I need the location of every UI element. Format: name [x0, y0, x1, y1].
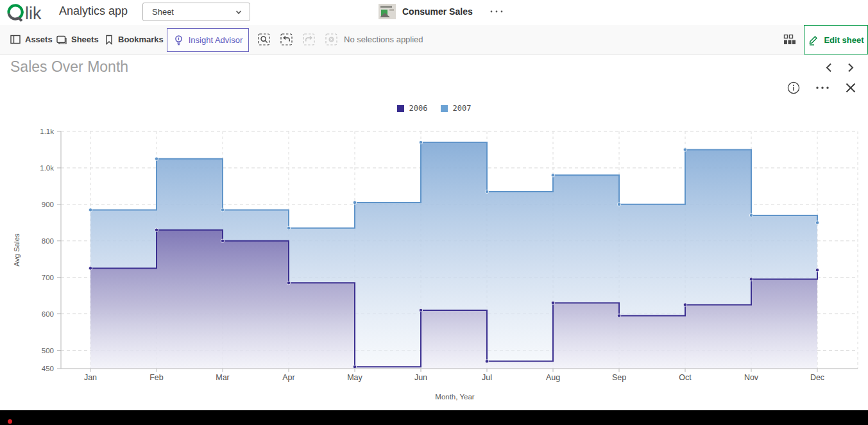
- tab-sheets[interactable]: Sheets: [56, 25, 99, 54]
- y-tick-label: 800: [42, 237, 54, 245]
- point-2007-Aug[interactable]: [551, 174, 554, 177]
- x-tick-label: Dec: [810, 373, 824, 382]
- point-2007-Oct[interactable]: [683, 148, 686, 151]
- x-tick-label: Feb: [149, 373, 164, 382]
- clear-selections-button: [325, 33, 337, 46]
- edit-sheet-button[interactable]: Edit sheet: [804, 25, 868, 54]
- bottom-black-bar: [0, 410, 868, 425]
- toolbar: AssetsSheetsBookmarks Insight Advisor: [0, 25, 868, 54]
- point-2006-Feb[interactable]: [155, 228, 158, 231]
- sheets-icon: [56, 35, 67, 44]
- logo-lik-text: lik: [25, 4, 42, 22]
- edit-sheet-label: Edit sheet: [824, 35, 864, 45]
- grid-icon: [783, 34, 796, 45]
- sheet-title: Sales Over Month: [10, 58, 128, 76]
- chevron-down-icon: [234, 8, 243, 17]
- redo-arrow-icon: [303, 33, 315, 46]
- chevron-left-icon: [824, 62, 834, 73]
- y-axis-title: Avg Sales: [13, 233, 21, 267]
- point-2006-Sep[interactable]: [617, 314, 620, 317]
- step-forward-button: [303, 33, 315, 46]
- x-tick-label: Aug: [546, 373, 560, 382]
- smart-search-button[interactable]: [258, 33, 270, 46]
- x-tick-label: Mar: [216, 373, 230, 382]
- x-tick-label: Jun: [414, 373, 427, 382]
- point-2006-Dec[interactable]: [815, 269, 819, 272]
- y-tick-label: 500: [42, 347, 54, 354]
- tab-label: Bookmarks: [118, 35, 164, 44]
- bookmark-icon: [105, 35, 114, 45]
- point-2006-Nov[interactable]: [749, 278, 753, 281]
- clear-circle-icon: [325, 33, 337, 46]
- step-back-button[interactable]: [280, 33, 293, 46]
- point-2007-Nov[interactable]: [749, 213, 753, 217]
- x-tick-label: May: [347, 373, 362, 382]
- x-tick-label: Apr: [282, 373, 294, 382]
- app-thumbnail: [379, 4, 396, 19]
- point-2007-Jul[interactable]: [485, 190, 488, 193]
- next-sheet-button[interactable]: [846, 62, 855, 73]
- sheet-selector-value: Sheet: [152, 7, 174, 17]
- recording-indicator-dot: [8, 419, 12, 424]
- point-2007-Jan[interactable]: [89, 208, 92, 212]
- point-2006-May[interactable]: [353, 365, 356, 368]
- point-2007-Sep[interactable]: [617, 203, 620, 206]
- y-tick-label: 1.1k: [40, 128, 54, 135]
- point-2006-Jan[interactable]: [89, 267, 92, 270]
- assets-panel-icon: [10, 35, 21, 44]
- point-2006-Apr[interactable]: [287, 281, 290, 285]
- point-2006-Mar[interactable]: [221, 239, 224, 242]
- app-title: Analytics app: [59, 4, 128, 18]
- qlik-sense-app: lik Analytics app Sheet Consumer Sales: [0, 0, 868, 425]
- search-icon: [258, 33, 270, 46]
- pencil-icon: [808, 34, 819, 46]
- point-2006-Oct[interactable]: [683, 303, 686, 306]
- x-axis-title: Month, Year: [435, 393, 475, 401]
- sheet-navigation: [824, 62, 855, 73]
- logo-q-gray-arc: [9, 13, 19, 19]
- sales-over-month-chart: 20062007 4505006007008009001.0k1.1kJanFe…: [0, 90, 868, 410]
- x-tick-label: Jan: [84, 373, 97, 382]
- x-tick-label: Sep: [612, 373, 626, 382]
- insight-advisor-label: Insight Advisor: [189, 35, 243, 45]
- point-2007-Jun[interactable]: [419, 140, 422, 144]
- document-more-button[interactable]: [487, 6, 506, 17]
- point-2007-Apr[interactable]: [287, 226, 290, 229]
- y-tick-label: 1.0k: [40, 164, 54, 172]
- document-title: Consumer Sales: [402, 6, 473, 17]
- point-2007-May[interactable]: [353, 201, 356, 204]
- y-tick-label: 900: [42, 201, 54, 208]
- insight-advisor-button[interactable]: Insight Advisor: [167, 28, 249, 52]
- y-tick-label: 450: [42, 365, 54, 372]
- y-tick-label: 600: [42, 310, 54, 318]
- qlik-logo[interactable]: lik: [6, 3, 53, 22]
- sheet-selector-dropdown[interactable]: Sheet: [142, 3, 250, 21]
- top-bar: lik Analytics app Sheet Consumer Sales: [0, 0, 868, 26]
- tab-assets[interactable]: Assets: [10, 25, 53, 54]
- lightbulb-icon: [173, 35, 184, 46]
- x-tick-label: Jul: [482, 373, 492, 382]
- more-horizontal-icon: [489, 9, 504, 14]
- document-group[interactable]: Consumer Sales: [379, 4, 506, 19]
- point-2007-Feb[interactable]: [155, 157, 158, 160]
- tab-bookmarks[interactable]: Bookmarks: [105, 25, 164, 54]
- tab-label: Sheets: [71, 35, 99, 44]
- y-tick-label: 700: [42, 274, 54, 281]
- point-2006-Jun[interactable]: [419, 308, 422, 312]
- point-2007-Dec[interactable]: [815, 221, 819, 224]
- x-tick-label: Oct: [679, 373, 692, 382]
- undo-arrow-icon: [280, 33, 293, 46]
- point-2007-Mar[interactable]: [221, 208, 224, 212]
- previous-sheet-button[interactable]: [824, 62, 834, 73]
- tab-label: Assets: [25, 35, 53, 44]
- sheet-grid-button[interactable]: [783, 34, 796, 45]
- selections-status: No selections applied: [344, 35, 423, 44]
- point-2006-Jul[interactable]: [485, 360, 488, 363]
- logo-q-tail: [19, 17, 22, 21]
- chevron-right-icon: [846, 62, 855, 73]
- point-2006-Aug[interactable]: [551, 301, 554, 304]
- x-tick-label: Nov: [744, 373, 759, 382]
- step-area-plot[interactable]: 4505006007008009001.0k1.1kJanFebMarAprMa…: [0, 90, 868, 410]
